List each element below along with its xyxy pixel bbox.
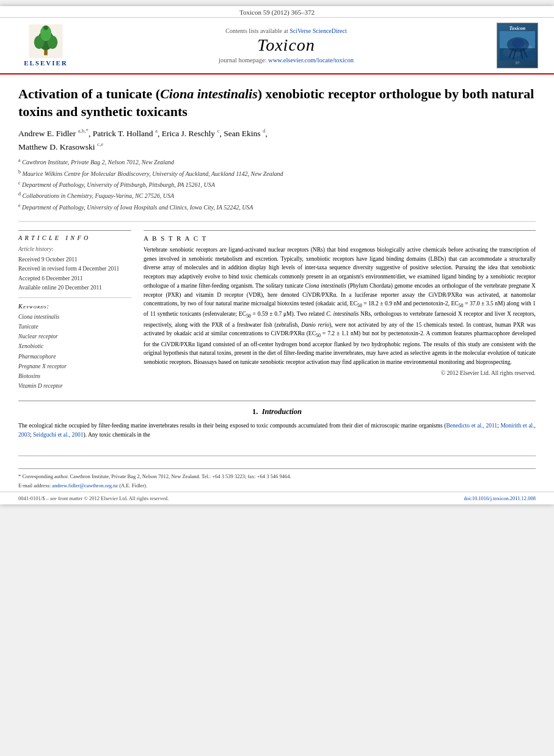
keywords-title: Keywords: <box>18 303 131 310</box>
left-column: A R T I C L E I N F O Article history: R… <box>18 230 131 391</box>
keywords-section: Keywords: Ciona intestinalis Tunicate Nu… <box>18 303 131 391</box>
contents-text: Contents lists available at <box>225 27 288 34</box>
doi-text[interactable]: doi:10.1016/j.toxicon.2011.12.008 <box>464 495 536 501</box>
keyword-biotoxins: Biotoxins <box>18 371 131 381</box>
page: Toxicon 59 (2012) 365–372 ELSEVIE <box>0 6 554 504</box>
cover-art-svg <box>500 31 535 60</box>
abstract-text: Vertebrate xenobiotic receptors are liga… <box>144 245 536 367</box>
footnote-area: * Corresponding author. Cawthron Institu… <box>0 456 554 490</box>
right-column: A B S T R A C T Vertebrate xenobiotic re… <box>144 230 536 391</box>
content-area: Activation of a tunicate (Ciona intestin… <box>0 75 554 452</box>
elsevier-logo-area: ELSEVIER <box>12 24 79 67</box>
abstract-title: A B S T R A C T <box>144 234 536 242</box>
accepted-date: Accepted 6 December 2011 <box>18 274 131 283</box>
email-link[interactable]: andrew.fidler@cawthron.org.nz <box>52 482 118 489</box>
abstract-box: A B S T R A C T Vertebrate xenobiotic re… <box>144 230 536 376</box>
corresponding-author-note: * Corresponding author. Cawthron Institu… <box>18 473 536 481</box>
ref-seidguchi[interactable]: Seidguchi et al., 2001 <box>33 432 84 438</box>
cover-artwork <box>500 31 535 60</box>
authors-line: Andrew E. Fidler a,b,*, Patrick T. Holla… <box>18 126 536 153</box>
keyword-vitd: Vitamin D receptor <box>18 381 131 391</box>
article-info-title: A R T I C L E I N F O <box>18 234 131 241</box>
ref-benedicto[interactable]: Benedicto et al., 2011 <box>446 423 497 429</box>
journal-header: ELSEVIER Contents lists available at Sci… <box>0 18 554 75</box>
keyword-ciona: Ciona intestinalis <box>18 312 131 322</box>
sciverse-line: Contents lists available at SciVerse Sci… <box>79 27 493 34</box>
history-label: Article history: <box>18 245 131 254</box>
svg-point-8 <box>503 48 521 57</box>
journal-ref-text: Toxicon 59 (2012) 365–372 <box>239 9 315 16</box>
intro-text: The ecological niche occupied by filter-… <box>18 421 536 439</box>
affiliations: a Cawthron Institute, Private Bag 2, Nel… <box>18 157 536 213</box>
received-revised-date: Received in revised form 4 December 2011 <box>18 264 131 274</box>
footnotes: * Corresponding author. Cawthron Institu… <box>18 468 536 490</box>
svg-point-11 <box>512 38 524 48</box>
homepage-url[interactable]: www.elsevier.com/locate/toxicon <box>268 57 354 64</box>
keyword-pregnane: Pregnane X receptor <box>18 362 131 371</box>
keyword-tunicate: Tunicate <box>18 322 131 332</box>
title-italic: Ciona intestinalis <box>160 86 258 101</box>
journal-reference: Toxicon 59 (2012) 365–372 <box>0 6 554 18</box>
homepage-label: journal homepage: <box>219 57 266 64</box>
copyright-line: © 2012 Elsevier Ltd. All rights reserved… <box>144 370 536 376</box>
keyword-xenobiotic: Xenobiotic <box>18 341 131 351</box>
bottom-bar: 0041-0101/$ – see front matter © 2012 El… <box>0 492 554 504</box>
two-col-layout: A R T I C L E I N F O Article history: R… <box>18 230 536 391</box>
article-dates: Article history: Received 9 October 2011… <box>18 245 131 298</box>
keyword-nuclear-receptor: Nuclear receptor <box>18 332 131 341</box>
keyword-pharmacophore: Pharmacophore <box>18 352 131 362</box>
email-note: E-mail address: andrew.fidler@cawthron.o… <box>18 482 536 490</box>
article-title: Activation of a tunicate (Ciona intestin… <box>18 85 536 120</box>
article-info-box: A R T I C L E I N F O Article history: R… <box>18 230 131 391</box>
received-date: Received 9 October 2011 <box>18 255 131 264</box>
journal-title: Toxicon <box>79 35 493 55</box>
journal-cover-right: Toxicon <box>493 23 542 68</box>
introduction-section: 1. Introduction The ecological niche occ… <box>18 401 536 439</box>
elsevier-logo: ELSEVIER <box>24 24 68 67</box>
svg-point-6 <box>43 26 48 30</box>
available-date: Available online 20 December 2011 <box>18 283 131 293</box>
sciverse-link[interactable]: SciVerse ScienceDirect <box>290 27 347 34</box>
toxicon-cover-image: Toxicon <box>497 23 538 68</box>
journal-header-center: Contents lists available at SciVerse Sci… <box>79 27 493 64</box>
elsevier-text: ELSEVIER <box>24 59 68 67</box>
elsevier-tree-icon <box>27 24 64 58</box>
article-title-section: Activation of a tunicate (Ciona intestin… <box>18 75 536 222</box>
footnote-divider <box>18 456 536 456</box>
journal-homepage: journal homepage: www.elsevier.com/locat… <box>79 57 493 64</box>
section-title: 1. Introduction <box>18 407 536 416</box>
issn-text: 0041-0101/$ – see front matter © 2012 El… <box>18 495 169 501</box>
